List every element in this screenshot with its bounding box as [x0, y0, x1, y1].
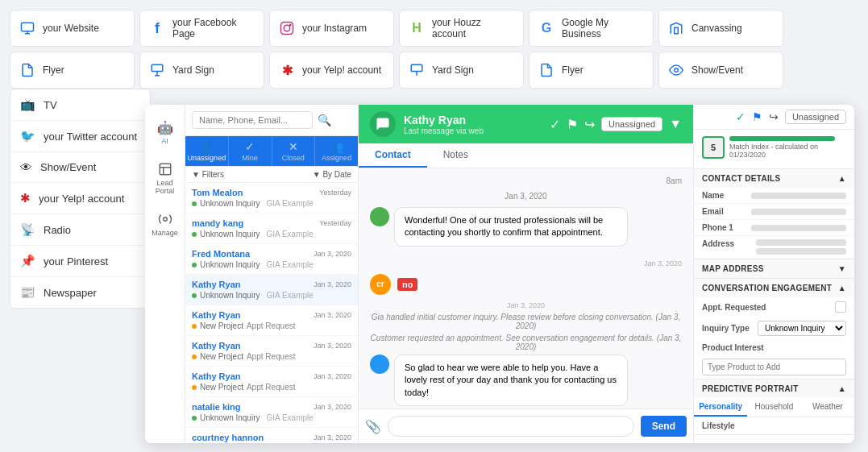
chat-date-jan3: Jan 3, 2020	[370, 192, 682, 201]
received-bubble-2: So glad to hear we were able to help you…	[394, 355, 628, 406]
crm-nav-manage[interactable]: Manage	[147, 205, 183, 243]
flag-action-icon[interactable]: ⚑	[752, 110, 762, 123]
source-label-showevent1: Show/Event	[691, 64, 743, 76]
sidebar-item-twitter[interactable]: 🐦 your Twitter account	[10, 121, 150, 152]
conversation-list: 🔍 👤 Unassigned ✓ Mine ✕ Closed 👥 Assigne…	[185, 105, 359, 443]
conv-engagement-header[interactable]: CONVERSATION ENGAGEMENT ▲	[694, 279, 854, 297]
inquiry-type-select[interactable]: Unknown Inquiry	[758, 321, 846, 336]
send-button[interactable]: Send	[641, 416, 687, 437]
cr-avatar: cr	[370, 274, 391, 295]
sidebar-item-tv[interactable]: 📺 TV	[10, 89, 150, 121]
portrait-tab-weather[interactable]: Weather	[801, 398, 854, 417]
source-card-flyer1[interactable]: Flyer	[10, 52, 135, 89]
field-email: Email	[694, 204, 854, 220]
check-action-icon[interactable]: ✓	[736, 110, 745, 123]
contact-details-section: CONTACT DETAILS ▲ Name Email Phone 1 Add…	[694, 169, 854, 259]
sidebar-item-yelp[interactable]: ✱ your Yelp! account	[10, 183, 150, 214]
source-card-instagram[interactable]: your Instagram	[269, 10, 394, 47]
conv-item-0[interactable]: Tom Mealon Yesterday Unknown Inquiry GIA…	[185, 183, 358, 214]
conv-item-6[interactable]: Kathy Ryan Jan 3, 2020 New Project Appt …	[185, 367, 358, 397]
tab-assigned[interactable]: 👥 Assigned	[315, 136, 358, 166]
showevent1-icon	[667, 61, 685, 79]
unassigned-dropdown[interactable]: Unassigned	[785, 110, 846, 124]
source-card-yardsign2[interactable]: Yard Sign	[399, 52, 524, 89]
filters-label[interactable]: ▼ Filters	[192, 170, 224, 179]
sidebar-item-showevent[interactable]: 👁 Show/Event	[10, 152, 150, 183]
source-card-website[interactable]: your Website	[10, 10, 135, 47]
portrait-tab-personality[interactable]: Personality	[694, 398, 747, 417]
tab-closed[interactable]: ✕ Closed	[272, 136, 316, 166]
unassigned-badge[interactable]: Unassigned	[601, 117, 662, 131]
product-input[interactable]	[702, 359, 846, 375]
conv-item-3[interactable]: Kathy Ryan Jan 3, 2020 Unknown Inquiry G…	[185, 275, 358, 305]
svg-rect-0	[22, 23, 34, 31]
source-card-facebook[interactable]: f your Facebook Page	[139, 10, 264, 47]
conv-item-5[interactable]: Kathy Ryan Jan 3, 2020 New Project Appt …	[185, 336, 358, 367]
svg-point-4	[284, 25, 290, 31]
sources-section: your Website f your Facebook Page your I…	[0, 0, 868, 93]
status-dot	[192, 232, 197, 237]
flyer-icon	[19, 61, 36, 79]
crm-nav-ai[interactable]: 🤖 AI	[147, 113, 183, 151]
source-card-yelp[interactable]: ✱ your Yelp! account	[269, 52, 394, 89]
houzz-icon: H	[408, 19, 426, 37]
conv-item-7[interactable]: natalie king Jan 3, 2020 Unknown Inquiry…	[185, 397, 358, 428]
portrait-tab-household[interactable]: Household	[747, 398, 800, 417]
crm-nav-lead-portal[interactable]: Lead Portal	[147, 155, 183, 201]
sidebar-item-pinterest[interactable]: 📌 your Pinterest	[10, 246, 150, 277]
map-collapse-icon: ▼	[838, 264, 846, 273]
phone-value-bar	[751, 225, 846, 231]
conv-item-2[interactable]: Fred Montana Jan 3, 2020 Unknown Inquiry…	[185, 244, 358, 275]
flyer2-icon	[538, 61, 555, 79]
tab-unassigned[interactable]: 👤 Unassigned	[185, 136, 229, 166]
details-panel: ✓ ⚑ ↪ Unassigned 5 Match Index - calcula…	[693, 105, 854, 443]
conv-item-8[interactable]: courtney hannon Jan 3, 2020 Unknown Inqu…	[185, 428, 358, 443]
source-label-canvassing: Canvassing	[691, 23, 742, 34]
match-progress-bar	[729, 136, 835, 141]
source-card-google[interactable]: G Google My Business	[529, 10, 654, 47]
chat-input[interactable]	[388, 416, 634, 437]
svg-point-14	[163, 218, 167, 222]
source-card-houzz[interactable]: H your Houzz account	[399, 10, 524, 47]
appt-checkbox[interactable]	[835, 301, 846, 313]
ai-icon: 🤖	[157, 119, 173, 135]
address-line1	[756, 239, 846, 246]
conv-item-4[interactable]: Kathy Ryan Jan 3, 2020 New Project Appt …	[185, 305, 358, 336]
conv-items-list: Tom Mealon Yesterday Unknown Inquiry GIA…	[185, 183, 358, 443]
search-input[interactable]	[192, 111, 313, 129]
svg-rect-6	[675, 27, 679, 34]
field-name: Name	[694, 188, 854, 204]
conv-filters-row: ▼ Filters ▼ By Date	[185, 167, 358, 183]
inquiry-type-row: Inquiry Type Unknown Inquiry	[694, 317, 854, 340]
chat-tabs-row: Contact Notes	[359, 143, 693, 168]
chat-tab-notes[interactable]: Notes	[427, 143, 484, 168]
yelp-icon: ✱	[278, 61, 296, 79]
forward-action-icon[interactable]: ↪	[769, 110, 779, 123]
source-label-instagram: your Instagram	[302, 23, 367, 34]
sort-label[interactable]: ▼ By Date	[313, 170, 351, 179]
sidebar-sources: 📺 TV 🐦 your Twitter account 👁 Show/Event…	[10, 89, 151, 309]
sender-avatar-2	[370, 355, 389, 374]
chat-contact-name: Kathy Ryan	[404, 114, 542, 126]
attachment-icon[interactable]: 📎	[365, 419, 381, 434]
predictive-portrait-header[interactable]: PREDICTIVE PORTRAIT ▲	[694, 379, 854, 398]
closed-tab-icon: ✕	[289, 140, 298, 153]
conv-item-1[interactable]: mandy kang Yesterday Unknown Inquiry GIA…	[185, 214, 358, 244]
sidebar-item-newspaper[interactable]: 📰 Newspaper	[10, 277, 150, 308]
contact-details-header[interactable]: CONTACT DETAILS ▲	[694, 169, 854, 188]
unassigned-chevron-icon: ▼	[669, 117, 682, 131]
lead-portal-icon	[157, 161, 173, 177]
source-card-showevent1[interactable]: Show/Event	[658, 52, 783, 89]
tab-mine[interactable]: ✓ Mine	[229, 136, 272, 166]
source-card-flyer2[interactable]: Flyer	[529, 52, 654, 89]
source-card-yardsign1[interactable]: Yard Sign	[139, 52, 264, 89]
chat-tab-contact[interactable]: Contact	[359, 143, 427, 168]
field-address: Address	[694, 236, 854, 259]
chat-time-8am: 8am	[370, 176, 682, 185]
manage-icon	[157, 211, 173, 227]
chat-system-1: Gia handled initial customer inquiry. Pl…	[370, 313, 682, 330]
chat-msg-time-no: Jan 3, 2020	[370, 301, 682, 309]
source-card-canvassing[interactable]: Canvassing	[658, 10, 783, 47]
map-address-header[interactable]: MAP ADDRESS ▼	[694, 259, 854, 278]
sidebar-item-radio[interactable]: 📡 Radio	[10, 214, 150, 246]
